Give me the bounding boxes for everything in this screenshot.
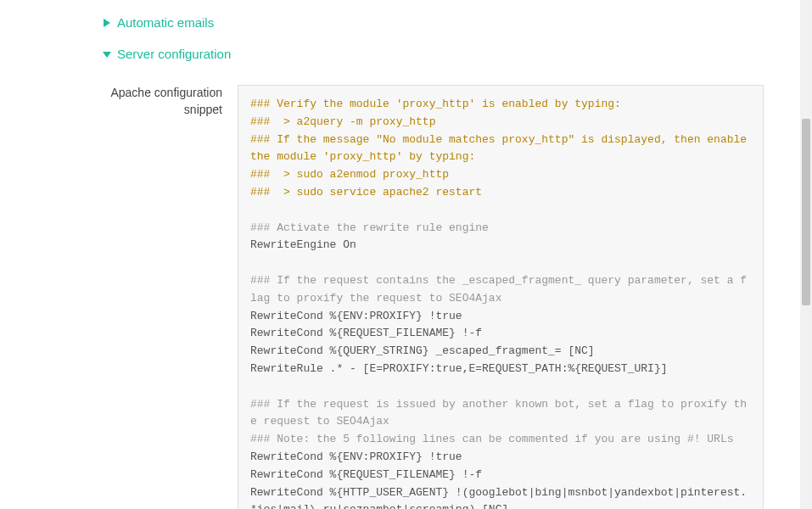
accordion-automatic-emails[interactable]: Automatic emails <box>102 7 812 38</box>
code-comment: ### If the request contains the _escaped… <box>250 274 747 305</box>
svg-marker-1 <box>103 52 111 58</box>
content-wrapper: Automatic emails Server configuration Ap… <box>0 0 812 509</box>
triangle-down-icon <box>102 49 112 59</box>
svg-marker-0 <box>104 19 110 27</box>
code-comment: ### Activate the rewrite rule engine <box>250 221 489 234</box>
scrollbar-thumb[interactable] <box>802 119 810 305</box>
code-line: RewriteCond %{ENV:PROXIFY} !true <box>250 450 462 463</box>
code-line: RewriteCond %{REQUEST_FILENAME} !-f <box>250 327 482 339</box>
code-line: RewriteCond %{QUERY_STRING} _escaped_fra… <box>250 344 595 357</box>
code-comment: ### Note: the 5 following lines can be c… <box>250 433 734 445</box>
accordion-server-configuration[interactable]: Server configuration <box>102 38 812 70</box>
code-line: RewriteCond %{HTTP_USER_AGENT} !(googleb… <box>250 486 747 509</box>
code-comment: ### > sudo a2enmod proxy_http <box>250 168 449 181</box>
code-line: RewriteRule .* - [E=PROXIFY:true,E=REQUE… <box>250 362 667 375</box>
code-comment: ### If the message "No module matches pr… <box>250 133 753 164</box>
code-line: RewriteEngine On <box>250 238 356 251</box>
scrollbar-track[interactable] <box>800 0 812 509</box>
code-line: RewriteCond %{REQUEST_FILENAME} !-f <box>250 468 482 481</box>
apache-config-snippet[interactable]: ### Verify the module 'proxy_http' is en… <box>238 85 764 509</box>
code-comment: ### > a2query -m proxy_http <box>250 115 435 128</box>
accordion-label: Server configuration <box>117 47 231 61</box>
code-comment: ### Verify the module 'proxy_http' is en… <box>250 98 621 110</box>
accordion-label: Automatic emails <box>117 15 214 30</box>
code-line: RewriteCond %{ENV:PROXIFY} !true <box>250 310 462 322</box>
apache-config-row: Apache configuration snippet ### Verify … <box>102 85 812 509</box>
code-comment: ### > sudo service apache2 restart <box>250 186 482 199</box>
code-comment: ### If the request is issued by another … <box>250 398 747 428</box>
apache-config-label: Apache configuration snippet <box>102 85 238 118</box>
play-right-icon <box>102 18 112 28</box>
